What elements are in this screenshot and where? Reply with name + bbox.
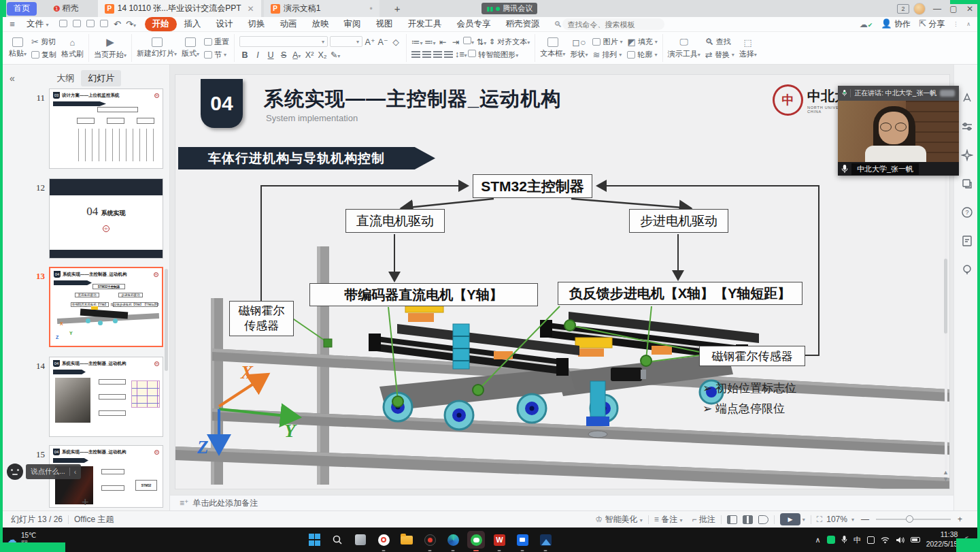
zoom-slider[interactable]	[876, 519, 951, 520]
tray-expand-icon[interactable]: ∧	[815, 536, 821, 545]
collapse-ribbon-icon[interactable]: ∧	[966, 21, 970, 27]
properties-sliders-icon[interactable]	[961, 120, 973, 133]
ribbon-tab-devtools[interactable]: 开发工具	[401, 17, 450, 31]
lightbulb-icon[interactable]	[961, 263, 973, 276]
reset-button[interactable]: 重置	[204, 37, 229, 47]
cloud-sync-icon[interactable]: ☁✔	[860, 20, 873, 29]
copy-button[interactable]: 复制	[31, 50, 56, 60]
bullet-list-button[interactable]: ≔▾	[411, 37, 422, 47]
font-family-select[interactable]: ▾	[239, 36, 328, 47]
zoom-out-button[interactable]: —	[861, 515, 869, 524]
diagram-node-hall-sensor-right[interactable]: 磁钢霍尔传感器	[699, 346, 805, 366]
pen-settings-icon[interactable]	[867, 536, 875, 544]
slide-subtitle[interactable]: System implementation	[266, 113, 358, 123]
zoom-level[interactable]: 107%	[826, 515, 847, 524]
numbered-list-button[interactable]: ≕▾	[424, 37, 435, 47]
command-search-input[interactable]	[562, 18, 664, 30]
slide-thumbnail-11[interactable]: 03设计方案——上位机监控系统中	[49, 88, 163, 169]
italic-button[interactable]: I	[252, 50, 263, 60]
ribbon-tab-transition[interactable]: 切换	[241, 17, 273, 31]
align-left-icon[interactable]	[411, 51, 420, 58]
presentation-tools-button[interactable]: 🖵演示工具▾	[668, 37, 700, 59]
tab-outline[interactable]: 大纲	[50, 70, 81, 86]
slide-thumbnail-13-current[interactable]: 04系统实现——主控制器_运动机构中 STM32主控制器 直流电机驱动 步进电机…	[49, 267, 163, 347]
textbox-button[interactable]: 文本框▾	[540, 37, 565, 59]
add-slide-button[interactable]: +	[82, 496, 89, 510]
duplicate-window-icon[interactable]	[961, 178, 973, 190]
new-tab-button[interactable]: +	[394, 3, 401, 14]
play-options-icon[interactable]: ▾	[802, 517, 805, 523]
meeting-indicator-badge[interactable]: ▮▮ 腾讯会议	[481, 3, 537, 14]
start-button[interactable]	[305, 531, 323, 549]
find-button[interactable]: 🔍︎查找	[705, 37, 734, 47]
slide-canvas[interactable]: 04 系统实现——主控制器_运动机构 System implementation…	[175, 75, 949, 489]
search-button[interactable]	[328, 531, 346, 549]
export-icon[interactable]	[70, 19, 84, 29]
ribbon-tab-animation[interactable]: 动画	[273, 17, 305, 31]
decrease-indent-icon[interactable]: ⇤	[437, 37, 448, 47]
form-check-icon[interactable]	[961, 235, 973, 247]
cut-button[interactable]: ✂剪切	[31, 37, 56, 47]
subscript-button[interactable]: X₂	[317, 50, 328, 60]
diagram-node-stepper-drive[interactable]: 步进电机驱动	[629, 209, 728, 233]
file-explorer-icon[interactable]	[398, 531, 416, 549]
underline-button[interactable]: U	[265, 50, 276, 60]
clear-format-icon[interactable]: ◇	[390, 37, 401, 47]
volume-icon[interactable]	[896, 536, 905, 544]
arrange-button[interactable]: ≋排列▾	[592, 50, 622, 60]
rocket-icon[interactable]	[961, 92, 973, 104]
font-color-button[interactable]: A̲▾	[291, 50, 302, 60]
document-tab-2[interactable]: P 演示文稿1 •	[264, 0, 379, 17]
superscript-button[interactable]: X²	[304, 50, 315, 60]
sensor-bullet-list[interactable]: ➢ 初始位置标志位 ➢ 端点急停限位	[703, 378, 796, 419]
wechat-icon-active[interactable]	[467, 531, 485, 549]
undo-icon[interactable]: ↶	[111, 19, 124, 29]
picture-button[interactable]: 图片▾	[592, 37, 622, 47]
meeting-tray-icon[interactable]	[827, 536, 835, 544]
align-center-icon[interactable]	[422, 51, 431, 58]
strikethrough-button[interactable]: S	[278, 50, 289, 60]
participant-video[interactable]	[838, 101, 959, 162]
wps-icon[interactable]: W	[490, 531, 508, 549]
slide-sorter-view-icon[interactable]	[743, 515, 753, 524]
paste-button[interactable]: 粘贴▾	[9, 37, 27, 59]
slide-thumbnail-14[interactable]: 04系统实现——主控制器_运动机构中	[49, 357, 163, 437]
ribbon-tab-view[interactable]: 视图	[369, 17, 401, 31]
tab-slides[interactable]: 幻灯片	[81, 70, 121, 86]
collapse-chat-icon[interactable]: ‹	[74, 468, 77, 476]
tencent-meeting-icon[interactable]	[513, 531, 531, 549]
slide-layout-button[interactable]: 版式▾	[182, 37, 199, 59]
minimize-button[interactable]: —	[930, 1, 945, 16]
meeting-chat-toast[interactable]: 说点什么... ‹	[7, 464, 81, 480]
slide-section-banner[interactable]: 车体行进机构与导轨机构控制	[178, 147, 435, 169]
sort-icon[interactable]: ⇅▾	[476, 37, 487, 47]
tab-home[interactable]: 首页	[7, 2, 37, 16]
play-from-current-button[interactable]: ▶当页开始▾	[94, 36, 126, 60]
battery-icon[interactable]	[911, 537, 920, 542]
preview-icon[interactable]	[97, 19, 111, 29]
wifi-icon[interactable]	[881, 536, 890, 544]
meeting-video-overlay[interactable]: 正在讲话: 中北大学_张一帆 中北大学_张一帆	[838, 86, 959, 176]
slideshow-play-button[interactable]: ▶	[780, 513, 800, 525]
sidebar-scrollbar[interactable]	[165, 269, 168, 371]
tab-docer[interactable]: ❶ 稻壳	[46, 2, 86, 16]
share-button[interactable]: ⇱ 分享	[919, 18, 945, 30]
select-button[interactable]: ⬚选择▾	[739, 37, 757, 59]
smart-beautify-button[interactable]: ♔ 智能美化 ▾	[595, 514, 642, 525]
zoom-dropdown-icon[interactable]: ▾	[851, 517, 854, 523]
collaborate-button[interactable]: 👤 协作	[881, 18, 911, 30]
ribbon-tab-home[interactable]: 开始	[145, 17, 177, 31]
comments-button[interactable]: ⌐ 批注	[692, 514, 715, 525]
zoom-in-button[interactable]: +	[958, 515, 962, 524]
notes-button[interactable]: ≡ 备注 ▾	[654, 514, 683, 525]
account-avatar[interactable]	[913, 3, 926, 15]
shapes-button[interactable]: ◻○形状▾	[570, 37, 588, 59]
section-button[interactable]: 节▾	[204, 50, 229, 60]
redo-icon[interactable]: ↷▾	[124, 19, 138, 29]
print-icon[interactable]	[84, 19, 97, 29]
fit-to-window-icon[interactable]: ⛶	[817, 515, 822, 524]
ribbon-tab-insert[interactable]: 插入	[177, 17, 209, 31]
screen-recorder-icon[interactable]	[421, 531, 439, 549]
window-mode-icon[interactable]: 2	[897, 4, 909, 14]
chat-input-placeholder[interactable]: 说点什么...	[31, 467, 65, 476]
